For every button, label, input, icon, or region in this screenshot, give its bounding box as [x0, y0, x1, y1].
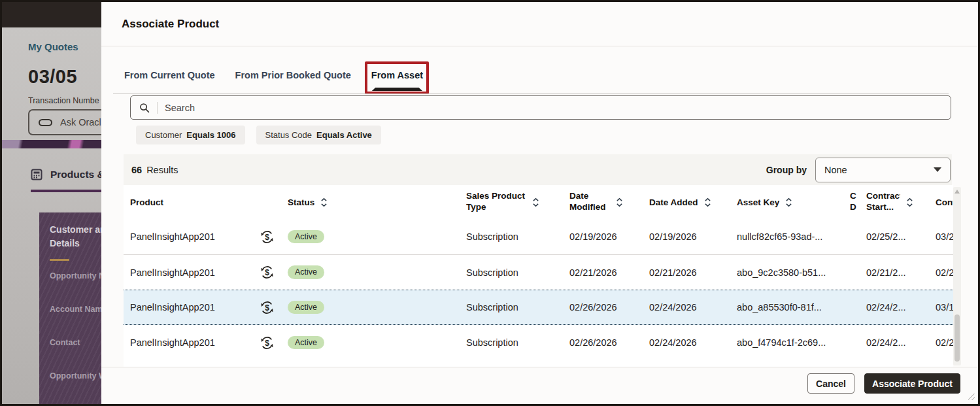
col-header-contract-clipped[interactable]: Cont — [929, 197, 953, 207]
col-header-sales-product-type[interactable]: Sales Product Type — [460, 191, 563, 213]
results-count: 66 — [131, 165, 142, 175]
filter-chip-customer[interactable]: Customer Equals 1006 — [136, 126, 245, 144]
panel-field-opportunity-w: Opportunity W — [50, 371, 101, 381]
sort-icon[interactable] — [704, 197, 711, 208]
cell-product: PanelInsightApp201 — [124, 267, 254, 278]
gold-rule — [50, 259, 69, 261]
assets-table: Product Status Sales Product Type Date M… — [124, 185, 953, 367]
filter-label: Status Code — [265, 130, 313, 140]
cell-status: Active — [280, 265, 460, 279]
cell-asset-key: abo_f4794c1f-2c69... — [730, 337, 843, 348]
cell-date-modified: 02/19/2026 — [563, 231, 643, 242]
scrollbar-thumb[interactable] — [955, 314, 960, 362]
decorative-purple-strip — [2, 140, 101, 148]
filter-chip-status-code[interactable]: Status Code Equals Active — [256, 126, 381, 144]
cell-icon: $ — [254, 230, 280, 244]
cell-icon: $ — [254, 265, 280, 279]
my-quotes-link[interactable]: My Quotes — [28, 41, 78, 52]
recurring-revenue-icon: $ — [260, 336, 274, 350]
tab-from-asset[interactable]: From Asset — [371, 70, 423, 83]
cell-date-added: 02/21/2026 — [643, 267, 730, 278]
search-icon — [139, 103, 150, 113]
filter-label: Customer — [145, 130, 182, 140]
status-badge: Active — [288, 336, 324, 350]
table-row[interactable]: PanelInsightApp201 $ Active Subscription… — [124, 325, 953, 360]
calculator-icon — [31, 169, 42, 180]
cell-sales-product-type: Subscription — [460, 302, 563, 313]
cell-contract-start: 02/24/2... — [860, 337, 929, 348]
group-by-value: None — [824, 165, 847, 175]
cell-contract-clipped: 02/2 — [929, 267, 953, 278]
cell-date-added: 02/19/2026 — [643, 231, 730, 242]
cell-product: PanelInsightApp201 — [124, 337, 254, 348]
col-header-contract-start[interactable]: Contract Start... — [860, 191, 929, 213]
group-by-select[interactable]: None — [815, 158, 951, 182]
col-header-asset-key[interactable]: Asset Key — [730, 197, 843, 208]
app-top-bar — [2, 2, 101, 27]
cell-contract-start: 02/25/2... — [860, 231, 929, 242]
cell-sales-product-type: Subscription — [460, 231, 563, 242]
footer-divider — [101, 367, 978, 367]
svg-text:$: $ — [265, 232, 269, 241]
table-scrollbar[interactable] — [953, 187, 961, 365]
cell-contract-clipped: 03/2 — [929, 231, 953, 242]
dialog-title: Associate Product — [122, 18, 219, 31]
cell-status: Active — [280, 336, 460, 350]
panel-title: Customer an Details — [50, 223, 101, 250]
results-label: Results — [146, 165, 178, 175]
search-field[interactable] — [130, 95, 951, 120]
results-bar: 66 Results Group by None — [124, 154, 952, 185]
cell-icon: $ — [254, 336, 280, 350]
active-tab-underline — [31, 190, 101, 192]
search-input[interactable] — [165, 103, 942, 113]
sort-icon[interactable] — [906, 197, 913, 208]
sort-icon[interactable] — [532, 197, 539, 208]
col-header-status[interactable]: Status — [280, 197, 460, 208]
filter-value: Equals 1006 — [186, 130, 235, 140]
cell-contract-clipped: 02/2 — [929, 337, 953, 348]
col-header-truncated[interactable]: C D — [843, 191, 860, 213]
sort-icon[interactable] — [785, 197, 792, 208]
oval-icon — [39, 119, 52, 126]
chevron-down-icon — [934, 167, 941, 172]
panel-field-contact: Contact — [50, 338, 80, 347]
cell-date-modified: 02/26/2026 — [563, 302, 643, 313]
sort-icon[interactable] — [616, 197, 623, 208]
cell-date-modified: 02/21/2026 — [563, 267, 643, 278]
sort-icon[interactable] — [320, 197, 328, 208]
cell-asset-key: abo_9c2c3580-b51... — [730, 267, 843, 278]
tabbar-divider — [113, 93, 949, 94]
screenshot-root: My Quotes 03/05 Transaction Numbe Ask Or… — [0, 0, 980, 406]
selected-tab-indicator — [372, 88, 422, 91]
cell-date-added: 02/24/2026 — [643, 337, 730, 348]
tab-from-current-quote[interactable]: From Current Quote — [124, 70, 215, 83]
table-row[interactable]: PanelInsightApp201 $ Active Subscription… — [124, 219, 953, 254]
cell-product: PanelInsightApp201 — [124, 302, 254, 313]
status-badge: Active — [288, 230, 324, 244]
col-header-date-modified[interactable]: Date Modified — [563, 191, 643, 213]
cell-contract-start: 02/21/2... — [860, 267, 929, 278]
cell-date-modified: 02/26/2026 — [563, 337, 643, 348]
dialog-tab-bar: From Current Quote From Prior Booked Quo… — [124, 70, 423, 83]
associate-product-button[interactable]: Associate Product — [864, 373, 960, 394]
recurring-revenue-icon: $ — [260, 230, 274, 244]
cell-date-added: 02/24/2026 — [643, 302, 730, 313]
table-row[interactable]: PanelInsightApp201 $ Active Subscription… — [124, 254, 953, 290]
cancel-button[interactable]: Cancel — [807, 373, 854, 394]
group-by-label: Group by — [766, 165, 807, 175]
panel-field-account-name: Account Name — [50, 305, 101, 314]
status-badge: Active — [288, 265, 324, 279]
table-header-row: Product Status Sales Product Type Date M… — [124, 185, 953, 219]
table-row-selected[interactable]: PanelInsightApp201 $ Active Subscription… — [124, 290, 953, 325]
col-header-date-added[interactable]: Date Added — [643, 197, 730, 208]
cell-status: Active — [280, 230, 460, 244]
scroll-up-arrow-icon[interactable] — [955, 190, 960, 194]
tab-from-prior-booked-quote[interactable]: From Prior Booked Quote — [235, 70, 351, 83]
cell-asset-key: abo_a85530f0-81f... — [730, 302, 843, 313]
resize-grip[interactable] — [968, 394, 975, 400]
svg-text:$: $ — [265, 338, 269, 347]
cell-contract-clipped: 03/1 — [929, 302, 953, 313]
cell-status: Active — [280, 301, 460, 314]
panel-field-opportunity-number: Opportunity N — [50, 271, 101, 280]
svg-text:$: $ — [265, 303, 269, 312]
